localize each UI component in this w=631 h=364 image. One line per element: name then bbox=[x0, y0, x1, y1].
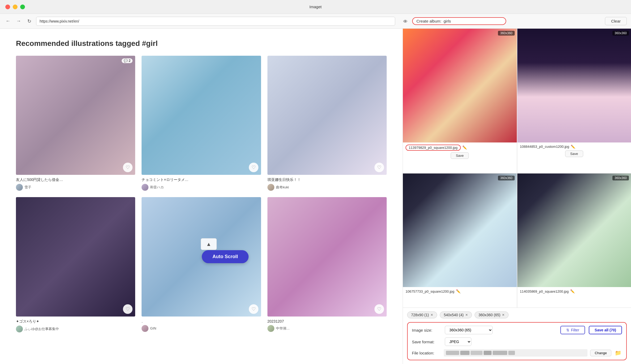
item-author: GIN bbox=[142, 325, 261, 332]
list-item: ♡ チョコミント×ロリータメ… 和音ハカ bbox=[142, 56, 261, 191]
list-item: ♡ . GIN bbox=[142, 197, 261, 332]
scroll-up-button[interactable]: ▲ bbox=[201, 238, 217, 250]
author-name: GIN bbox=[150, 326, 156, 330]
author-name: 中华湖… bbox=[276, 326, 290, 331]
back-button[interactable]: ← bbox=[4, 18, 12, 25]
avatar bbox=[267, 325, 274, 332]
address-bar[interactable] bbox=[36, 17, 395, 26]
image-size-select[interactable]: 360x360 (65) 540x540 (4) 728x90 (1) bbox=[445, 326, 493, 334]
author-name: 雪子 bbox=[24, 185, 31, 190]
refresh-button[interactable]: ↻ bbox=[25, 18, 33, 25]
thumbnail[interactable]: ♡ bbox=[267, 197, 387, 316]
chip-remove-icon[interactable]: ✕ bbox=[465, 313, 468, 317]
image-preview[interactable]: 360x360 bbox=[403, 174, 517, 287]
save-format-select[interactable]: JPEG PNG WEBP bbox=[445, 337, 471, 346]
item-author: 曲奇kuki bbox=[267, 184, 387, 191]
image-preview[interactable]: 360x360 bbox=[517, 29, 631, 142]
list-item: ♡ 琪亚娜生日快乐！！ 曲奇kuki bbox=[267, 56, 387, 191]
location-segment bbox=[460, 351, 470, 355]
minimize-button[interactable] bbox=[13, 5, 18, 9]
file-location-bar bbox=[444, 349, 587, 357]
page-heading: Recommended illustrations tagged #girl bbox=[16, 39, 387, 48]
item-title: 20231207 bbox=[267, 319, 387, 323]
filename-row: 106757733_p0_square1200.jpg ✏️ bbox=[406, 289, 514, 293]
comment-badge: 💬2 bbox=[122, 58, 133, 63]
edit-icon[interactable]: ✏️ bbox=[462, 145, 467, 150]
like-button[interactable]: ♡ bbox=[249, 304, 258, 314]
file-location-label: File location: bbox=[412, 351, 441, 355]
item-info: チョコミント×ロリータメ… 和音ハカ bbox=[142, 177, 261, 191]
image-cell: 360x360 108844853_p0_custom1200.jpg ✏️ S… bbox=[517, 29, 631, 173]
browser-toolbar: ← → ↻ Create album: Clear bbox=[0, 14, 631, 29]
size-badge: 360x360 bbox=[498, 176, 514, 180]
image-cell-footer: 108844853_p0_custom1200.jpg ✏️ Save bbox=[517, 142, 631, 159]
item-author: ふぃゆ@お仕事募集中 bbox=[16, 326, 135, 332]
gallery-grid: 💬2 ♡ 友人に500円貸したら借金… 雪子 ♡ bbox=[16, 56, 387, 332]
edit-icon[interactable]: ✏️ bbox=[571, 145, 575, 149]
item-info: 琪亚娜生日快乐！！ 曲奇kuki bbox=[267, 177, 387, 191]
like-button[interactable]: ♡ bbox=[249, 163, 258, 172]
save-button[interactable]: Save bbox=[451, 152, 469, 159]
forward-button[interactable]: → bbox=[15, 18, 22, 25]
window-controls bbox=[5, 5, 25, 9]
titlebar: Imaget bbox=[0, 0, 631, 14]
chip-remove-icon[interactable]: ✕ bbox=[430, 313, 433, 317]
right-panel: 360x360 113979829_p0_square1200.jpg ✏️ S… bbox=[403, 29, 631, 364]
item-title: ✦ゴス×ろり✦ bbox=[16, 319, 135, 324]
clear-button[interactable]: Clear bbox=[605, 17, 627, 25]
save-button[interactable]: Save bbox=[565, 150, 583, 157]
edit-icon[interactable]: ✏️ bbox=[456, 289, 461, 293]
size-badge: 360x360 bbox=[498, 31, 514, 36]
album-name-input[interactable] bbox=[444, 19, 502, 23]
size-chip-540[interactable]: 540x540 (4) ✕ bbox=[440, 311, 472, 318]
list-item: 💬2 ♡ 友人に500円貸したら借金… 雪子 bbox=[16, 56, 135, 191]
list-item: ♡ ✦ゴス×ろり✦ ふぃゆ@お仕事募集中 bbox=[16, 197, 135, 332]
edit-icon[interactable]: ✏️ bbox=[570, 289, 575, 293]
location-segment bbox=[446, 351, 459, 355]
image-size-label: Image size: bbox=[412, 328, 441, 332]
item-info: . GIN bbox=[142, 319, 261, 332]
item-title: 友人に500円貸したら借金… bbox=[16, 177, 135, 182]
like-button[interactable]: ♡ bbox=[374, 163, 384, 172]
folder-icon[interactable]: 📁 bbox=[614, 349, 622, 357]
avatar bbox=[142, 325, 148, 332]
create-album-label: Create album: bbox=[416, 19, 441, 23]
thumbnail[interactable]: 💬2 ♡ bbox=[16, 56, 135, 175]
maximize-button[interactable] bbox=[20, 5, 25, 9]
author-name: ふぃゆ@お仕事募集中 bbox=[24, 327, 59, 331]
size-chip-728[interactable]: 728x90 (1) ✕ bbox=[407, 311, 437, 318]
avatar bbox=[16, 326, 23, 332]
extension-area: Create album: Clear bbox=[398, 17, 627, 25]
controls-bottom-area: Image size: 360x360 (65) 540x540 (4) 728… bbox=[407, 322, 627, 360]
like-button[interactable]: ♡ bbox=[374, 304, 384, 314]
location-segment bbox=[508, 351, 515, 355]
browser-content: Recommended illustrations tagged #girl 💬… bbox=[0, 29, 403, 364]
image-grid: 360x360 113979829_p0_square1200.jpg ✏️ S… bbox=[403, 29, 631, 307]
like-button[interactable]: ♡ bbox=[123, 163, 133, 172]
file-location-row: File location: Change 📁 bbox=[412, 349, 622, 357]
image-preview[interactable]: 360x360 bbox=[403, 29, 517, 142]
item-title: . bbox=[142, 319, 261, 323]
thumbnail[interactable]: ♡ bbox=[16, 197, 135, 316]
like-button[interactable]: ♡ bbox=[123, 304, 133, 314]
auto-scroll-button[interactable]: Auto Scroll bbox=[202, 250, 249, 263]
image-filename: 113979829_p0_square1200.jpg bbox=[406, 145, 461, 151]
change-location-button[interactable]: Change bbox=[590, 350, 611, 356]
filter-button[interactable]: ⇅ Filter bbox=[560, 326, 585, 334]
image-preview[interactable]: 360x360 bbox=[517, 174, 631, 287]
thumbnail[interactable]: ♡ bbox=[142, 56, 261, 175]
chip-remove-icon[interactable]: ✕ bbox=[502, 313, 505, 317]
image-cell-footer: 114035869_p0_square1200.jpg ✏️ bbox=[517, 287, 631, 296]
size-chip-360[interactable]: 360x360 (65) ✕ bbox=[475, 311, 509, 318]
image-filename: 108844853_p0_custom1200.jpg bbox=[520, 145, 569, 149]
extension-icon[interactable] bbox=[401, 17, 410, 25]
item-author: 中华湖… bbox=[267, 325, 387, 332]
save-all-button[interactable]: Save all (70) bbox=[589, 326, 622, 334]
thumbnail[interactable]: ♡ bbox=[267, 56, 387, 175]
item-author: 和音ハカ bbox=[142, 184, 261, 191]
close-button[interactable] bbox=[5, 5, 10, 9]
location-segment bbox=[493, 351, 507, 355]
image-cell: 360x360 106757733_p0_square1200.jpg ✏️ bbox=[403, 174, 517, 308]
size-chips: 728x90 (1) ✕ 540x540 (4) ✕ 360x360 (65) … bbox=[407, 311, 627, 318]
item-info: ✦ゴス×ろり✦ ふぃゆ@お仕事募集中 bbox=[16, 319, 135, 332]
